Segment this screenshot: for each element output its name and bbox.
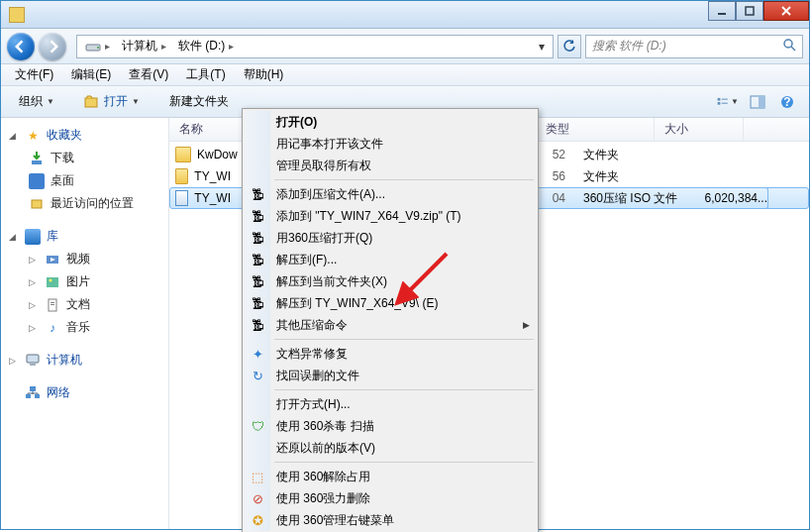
ctx-extract-to[interactable]: 🗜解压到(F)... <box>245 249 536 270</box>
navbar: ▸ 计算机 ▸ 软件 (D:) ▸ ▾ 搜索 软件 (D:) <box>1 29 809 64</box>
collapse-icon: ◢ <box>9 131 19 141</box>
svg-rect-23 <box>30 364 36 366</box>
svg-rect-5 <box>85 98 97 107</box>
sidebar-item-pictures[interactable]: ▷图片 <box>1 270 168 293</box>
organize-button[interactable]: 组织 ▼ <box>11 89 62 114</box>
ctx-add-zip[interactable]: 🗜添加到 "TY_WIN7_X64_V9.zip" (T) <box>245 205 536 227</box>
menu-file[interactable]: 文件(F) <box>7 64 61 85</box>
archive-icon: 🗜 <box>250 273 265 289</box>
file-name: KwDow <box>197 148 238 161</box>
sidebar-label: 视频 <box>66 251 90 267</box>
ctx-recover[interactable]: ↻找回误删的文件 <box>245 365 536 386</box>
ctx-360-manage-menu[interactable]: ✪使用 360管理右键菜单 <box>245 509 536 531</box>
sidebar-label: 文档 <box>66 296 90 313</box>
help-button[interactable]: ? <box>775 91 799 113</box>
sidebar-computer-group: ▷计算机 <box>1 349 168 372</box>
ctx-360-unlock[interactable]: ⬚使用 360解除占用 <box>245 466 536 487</box>
close-button[interactable] <box>763 1 809 21</box>
col-type[interactable]: 类型 <box>536 118 655 141</box>
addr-drive[interactable]: 软件 (D:) ▸ <box>172 36 240 56</box>
file-type: 文件夹 <box>569 147 688 163</box>
svg-rect-20 <box>51 302 54 303</box>
sidebar-item-video[interactable]: ▷视频 <box>1 248 168 270</box>
ctx-doc-repair[interactable]: ✦文档异常修复 <box>245 343 536 365</box>
preview-pane-button[interactable] <box>746 91 769 113</box>
file-type: 360压缩 ISO 文件 <box>569 190 688 207</box>
ctx-label: 解压到 TY_WIN7_X64_V9\ (E) <box>276 295 438 312</box>
chevron-down-icon: ▼ <box>731 97 739 106</box>
ctx-open-with[interactable]: 打开方式(H)... <box>245 393 536 415</box>
minimize-button[interactable] <box>708 1 736 21</box>
archive-icon: 🗜 <box>250 230 265 246</box>
maximize-button[interactable] <box>736 1 763 21</box>
search-box[interactable]: 搜索 软件 (D:) <box>585 35 803 58</box>
svg-rect-15 <box>32 200 42 208</box>
new-folder-button[interactable]: 新建文件夹 <box>161 89 237 114</box>
ctx-label: 解压到(F)... <box>276 252 337 268</box>
addr-computer[interactable]: 计算机 ▸ <box>116 36 172 56</box>
address-dropdown[interactable]: ▾ <box>533 40 551 53</box>
archive-icon: 🗜 <box>250 317 265 333</box>
menu-tools[interactable]: 工具(T) <box>178 64 233 85</box>
toolbar-right: ▼ ? <box>716 91 799 113</box>
star-icon: ★ <box>25 128 41 144</box>
expand-icon: ▷ <box>29 277 39 287</box>
ctx-label: 打开(O) <box>276 114 317 131</box>
gear-icon: ✪ <box>250 512 265 528</box>
sidebar: ◢★收藏夹 下载 桌面 最近访问的位置 ◢库 ▷视频 ▷图片 ▷文档 ▷♪音乐 … <box>1 118 169 529</box>
ctx-label: 解压到当前文件夹(X) <box>276 273 387 290</box>
ctx-360-scan[interactable]: 🛡使用 360杀毒 扫描 <box>245 415 536 437</box>
sidebar-item-desktop[interactable]: 桌面 <box>1 169 168 192</box>
ctx-open-360[interactable]: 🗜用360压缩打开(Q) <box>245 227 536 249</box>
ctx-notepad[interactable]: 用记事本打开该文件 <box>245 133 536 155</box>
file-type: 文件夹 <box>569 168 688 185</box>
open-icon <box>84 94 100 110</box>
file-details-column: 52文件夹 56文件夹 04360压缩 ISO 文件6,020,384... <box>522 144 768 209</box>
col-size[interactable]: 大小 <box>655 118 744 141</box>
sidebar-label: 库 <box>47 228 58 245</box>
svg-text:?: ? <box>783 95 790 109</box>
sidebar-item-network[interactable]: ▷网络 <box>1 381 168 404</box>
forward-button[interactable] <box>39 33 66 60</box>
back-button[interactable] <box>7 33 35 60</box>
ctx-add-archive[interactable]: 🗜添加到压缩文件(A)... <box>245 183 536 205</box>
sidebar-item-docs[interactable]: ▷文档 <box>1 293 168 316</box>
ctx-separator <box>274 462 534 463</box>
menu-help[interactable]: 帮助(H) <box>236 64 292 85</box>
ctx-prev-versions[interactable]: 还原以前的版本(V) <box>245 437 536 459</box>
refresh-button[interactable] <box>558 35 581 58</box>
sidebar-head-libraries[interactable]: ◢库 <box>1 225 168 248</box>
sidebar-label: 计算机 <box>47 352 82 369</box>
ctx-360-force-delete[interactable]: ⊘使用 360强力删除 <box>245 487 536 509</box>
search-placeholder: 搜索 软件 (D:) <box>592 38 666 54</box>
ctx-admin[interactable]: 管理员取得所有权 <box>245 155 536 176</box>
sidebar-item-recent[interactable]: 最近访问的位置 <box>1 192 168 215</box>
ctx-extract-here[interactable]: 🗜解压到当前文件夹(X) <box>245 270 536 292</box>
ctx-label: 使用 360管理右键菜单 <box>276 512 394 529</box>
view-mode-button[interactable]: ▼ <box>716 91 740 113</box>
menubar: 文件(F) 编辑(E) 查看(V) 工具(T) 帮助(H) <box>1 64 809 86</box>
menu-edit[interactable]: 编辑(E) <box>63 64 119 85</box>
search-icon <box>782 38 796 54</box>
ctx-extract-named[interactable]: 🗜解压到 TY_WIN7_X64_V9\ (E) <box>245 292 536 314</box>
sidebar-item-downloads[interactable]: 下载 <box>1 147 168 169</box>
context-menu: 打开(O) 用记事本打开该文件 管理员取得所有权 🗜添加到压缩文件(A)... … <box>242 108 539 532</box>
menu-view[interactable]: 查看(V) <box>121 64 176 85</box>
file-name: TY_WI <box>194 191 231 205</box>
sidebar-label: 桌面 <box>51 172 74 189</box>
ctx-other-archive[interactable]: 🗜其他压缩命令▶ <box>245 314 536 336</box>
ctx-open[interactable]: 打开(O) <box>245 111 536 133</box>
open-button[interactable]: 打开 ▼ <box>76 89 148 114</box>
expand-icon: ▷ <box>29 300 39 310</box>
sidebar-head-favorites[interactable]: ◢★收藏夹 <box>1 124 168 147</box>
addr-root-icon[interactable]: ▸ <box>79 37 116 56</box>
ctx-label: 使用 360解除占用 <box>276 469 370 485</box>
sidebar-label: 音乐 <box>66 319 90 336</box>
sidebar-item-music[interactable]: ▷♪音乐 <box>1 316 168 339</box>
collapse-icon: ◢ <box>9 232 19 242</box>
address-bar[interactable]: ▸ 计算机 ▸ 软件 (D:) ▸ ▾ <box>76 35 554 58</box>
svg-point-18 <box>50 278 52 281</box>
download-icon <box>29 151 45 166</box>
sidebar-item-computer[interactable]: ▷计算机 <box>1 349 168 372</box>
folder-icon <box>175 168 188 184</box>
